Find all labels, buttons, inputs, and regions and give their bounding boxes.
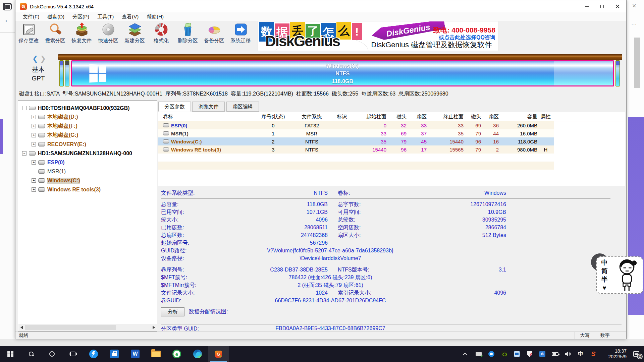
partition-bar-windows-c[interactable]: Windows(C:) NTFS 118.0GB xyxy=(71,60,614,86)
tray-freeze-tool[interactable]: ❄ xyxy=(536,346,549,362)
tree-item-esp[interactable]: ESP(0) xyxy=(18,158,157,167)
quick-partition-button[interactable]: 快速分区 xyxy=(95,21,121,51)
col-end-head[interactable]: 磁头 xyxy=(464,114,481,120)
tray-graphics[interactable] xyxy=(511,346,523,362)
resize-grip[interactable] xyxy=(615,332,626,339)
partition-bar-windows-re[interactable] xyxy=(615,60,620,86)
col-end-cylinder[interactable]: 终止柱面 xyxy=(427,114,464,120)
collapse-icon[interactable] xyxy=(22,151,26,156)
ime-char[interactable]: 半 xyxy=(601,275,608,284)
tray-printer[interactable] xyxy=(472,346,485,362)
tab-partition-params[interactable]: 分区参数 xyxy=(158,102,191,112)
table-row-windows-c-selected[interactable]: Windows(C:) 2 NTFS 35 79 45 15440 96 16 … xyxy=(158,137,554,145)
next-disk-arrow-icon[interactable]: ❯ xyxy=(40,55,46,62)
expand-icon[interactable] xyxy=(32,160,36,165)
maximize-button[interactable] xyxy=(594,0,610,12)
start-button[interactable] xyxy=(0,346,21,362)
col-start-head[interactable]: 磁头 xyxy=(386,114,407,120)
cortana-button[interactable] xyxy=(42,346,62,362)
expand-icon[interactable] xyxy=(32,124,36,128)
tray-volume[interactable] xyxy=(561,346,574,362)
delete-partition-button[interactable]: 删除分区 xyxy=(174,21,201,51)
taskbar-app-diskgenius-active[interactable]: G xyxy=(208,346,229,362)
tree-item-hd1[interactable]: HD1:SAMSUNGMZNLN128HAHQ-000 xyxy=(18,149,157,158)
scroll-right-arrow[interactable] xyxy=(151,324,157,330)
tree-item-local-d[interactable]: 本地磁盘(D:) xyxy=(18,113,157,122)
expand-icon[interactable] xyxy=(32,142,36,146)
action-center-button[interactable]: 2 xyxy=(629,346,644,362)
tray-messenger[interactable] xyxy=(485,346,498,362)
tree-item-windows-re[interactable]: Windows RE tools(3) xyxy=(18,185,157,194)
taskbar-app-word[interactable]: W xyxy=(125,346,146,362)
close-button[interactable] xyxy=(610,0,625,12)
col-filesystem[interactable]: 文件系统 xyxy=(292,114,331,120)
disk-strip[interactable] xyxy=(58,54,622,60)
col-capacity[interactable]: 容量 xyxy=(499,114,537,120)
col-volume-label[interactable]: 卷标 xyxy=(162,114,254,120)
col-index-status[interactable]: 序号(状态) xyxy=(254,114,292,120)
menu-file[interactable]: 文件(F) xyxy=(19,13,43,21)
table-row-windows-re[interactable]: Windows RE tools(3) 3 NTFS 15440 96 17 1… xyxy=(158,145,554,154)
col-start-cylinder[interactable]: 起始柱面 xyxy=(353,114,386,120)
tray-sogou[interactable]: S xyxy=(587,346,600,362)
tree-item-windows-c[interactable]: Windows(C:) xyxy=(18,176,157,185)
menu-help[interactable]: 帮助(H) xyxy=(143,13,168,21)
partition-bar-msr[interactable] xyxy=(65,60,69,86)
format-button[interactable]: 格式化 xyxy=(148,21,174,51)
menu-disk[interactable]: 磁盘(D) xyxy=(43,13,68,21)
tray-battery[interactable] xyxy=(549,346,561,362)
promo-banner[interactable]: 数 据 丢 了 怎 么 ! DiskGenius DiskGenius 致电: … xyxy=(258,21,498,51)
expand-icon[interactable] xyxy=(32,115,36,119)
tab-sector-edit[interactable]: 扇区编辑 xyxy=(226,102,259,112)
expand-icon[interactable] xyxy=(32,178,36,183)
col-attribute[interactable]: 属性 xyxy=(537,114,554,120)
tree-horizontal-scrollbar[interactable] xyxy=(18,324,157,331)
tree-item-local-f[interactable]: 本地磁盘(F:) xyxy=(18,122,157,131)
menu-view[interactable]: 查看(V) xyxy=(118,13,143,21)
recover-files-button[interactable]: 恢复文件 xyxy=(68,21,95,51)
tree-item-local-g[interactable]: 本地磁盘(G:) xyxy=(18,131,157,140)
menu-partition[interactable]: 分区(P) xyxy=(68,13,93,21)
tab-browse-files[interactable]: 浏览文件 xyxy=(192,102,225,112)
search-partition-button[interactable]: 搜索分区 xyxy=(42,21,68,51)
expand-icon[interactable] xyxy=(32,133,36,137)
scrollbar-thumb[interactable] xyxy=(25,325,116,330)
analyze-button[interactable]: 分析 xyxy=(161,307,184,316)
system-migrate-button[interactable]: 系统迁移 xyxy=(227,21,254,51)
taskbar-app-store[interactable] xyxy=(104,346,125,362)
col-id[interactable]: 标识 xyxy=(331,114,353,120)
tree-item-msr[interactable]: MSR(1) xyxy=(18,167,157,176)
col-end-sector[interactable]: 扇区 xyxy=(481,114,499,120)
table-row-msr[interactable]: MSR(1) 1 MSR 33 69 37 35 79 44 16.0MB xyxy=(158,129,554,137)
menu-tools[interactable]: 工具(T) xyxy=(93,13,118,21)
tray-ime-indicator[interactable]: 中 xyxy=(574,346,587,362)
ime-heart-icon[interactable]: ♥ xyxy=(602,284,606,292)
quick-partition-icon xyxy=(101,22,116,37)
ime-char[interactable]: 简 xyxy=(601,267,608,275)
table-row-esp[interactable]: ESP(0) 0 FAT32 0 32 33 33 69 36 260.0MB xyxy=(158,121,554,129)
collapse-icon[interactable] xyxy=(22,106,26,110)
partition-bar-esp[interactable] xyxy=(59,60,64,86)
new-partition-button[interactable]: 新建分区 xyxy=(121,21,148,51)
taskbar-clock[interactable]: 18:37 2022/5/9 xyxy=(600,348,629,360)
tray-security[interactable] xyxy=(523,346,536,362)
minimize-button[interactable] xyxy=(579,0,594,12)
tray-nvidia[interactable] xyxy=(498,346,511,362)
taskbar-app-messenger[interactable] xyxy=(83,346,104,362)
taskbar-search-button[interactable] xyxy=(21,346,42,362)
scroll-left-arrow[interactable] xyxy=(18,324,24,330)
backup-partition-button[interactable]: 备份分区 xyxy=(201,21,227,51)
col-start-sector[interactable]: 扇区 xyxy=(407,114,427,120)
save-changes-button[interactable]: 保存更改 xyxy=(15,21,42,51)
ime-char[interactable]: 中 xyxy=(601,258,608,267)
ime-status-widget[interactable]: 中 简 半 ♥ xyxy=(596,256,643,294)
taskbar-app-green-e[interactable]: e xyxy=(166,346,187,362)
tray-overflow-button[interactable] xyxy=(459,351,472,357)
prev-disk-arrow-icon[interactable]: ❮ xyxy=(32,55,38,62)
taskbar-app-edge[interactable] xyxy=(187,346,208,362)
taskbar-app-explorer[interactable] xyxy=(146,346,166,362)
tree-item-recovery-e[interactable]: RECOVERY(E:) xyxy=(18,140,157,149)
tree-item-hd0[interactable]: HD0:TOSHIBAMQ04ABF100(932GB) xyxy=(18,104,157,113)
task-view-button[interactable] xyxy=(62,346,83,362)
expand-icon[interactable] xyxy=(32,187,36,192)
